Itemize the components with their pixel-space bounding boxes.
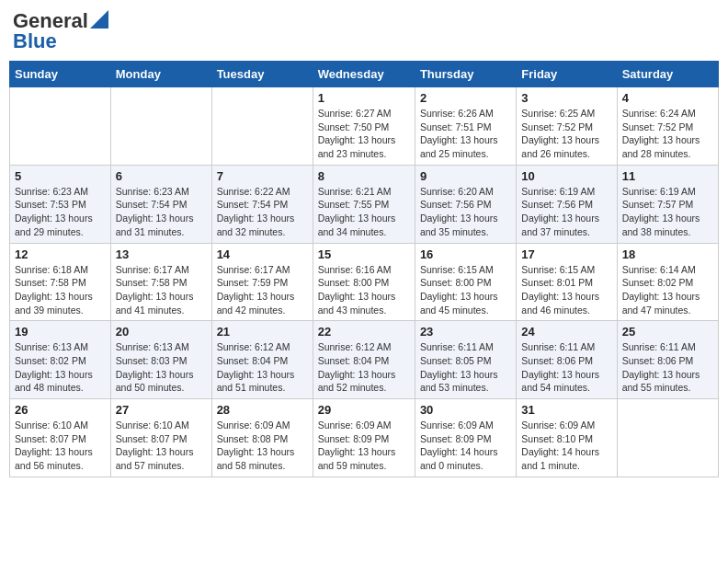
calendar-cell: 22Sunrise: 6:12 AM Sunset: 8:04 PM Dayli…	[313, 321, 415, 399]
day-number: 23	[420, 325, 511, 339]
calendar-cell: 24Sunrise: 6:11 AM Sunset: 8:06 PM Dayli…	[517, 321, 617, 399]
calendar-cell: 6Sunrise: 6:23 AM Sunset: 7:54 PM Daylig…	[110, 165, 211, 243]
day-number: 10	[521, 169, 611, 183]
day-info: Sunrise: 6:27 AM Sunset: 7:50 PM Dayligh…	[318, 107, 410, 161]
calendar-cell: 4Sunrise: 6:24 AM Sunset: 7:52 PM Daylig…	[617, 87, 718, 166]
calendar-cell: 13Sunrise: 6:17 AM Sunset: 7:58 PM Dayli…	[110, 243, 211, 321]
calendar-cell: 21Sunrise: 6:12 AM Sunset: 8:04 PM Dayli…	[211, 321, 313, 399]
calendar-cell: 18Sunrise: 6:14 AM Sunset: 8:02 PM Dayli…	[617, 243, 718, 321]
day-number: 18	[622, 247, 713, 261]
calendar-cell	[110, 87, 211, 166]
day-number: 5	[15, 169, 106, 183]
calendar-table: SundayMondayTuesdayWednesdayThursdayFrid…	[9, 61, 719, 477]
day-info: Sunrise: 6:22 AM Sunset: 7:54 PM Dayligh…	[217, 185, 308, 239]
day-number: 6	[116, 169, 207, 183]
day-info: Sunrise: 6:13 AM Sunset: 8:02 PM Dayligh…	[15, 340, 106, 395]
day-info: Sunrise: 6:10 AM Sunset: 8:07 PM Dayligh…	[116, 419, 207, 473]
day-number: 20	[116, 325, 207, 339]
weekday-header-monday: Monday	[110, 62, 211, 87]
day-number: 1	[318, 91, 410, 105]
calendar-cell: 25Sunrise: 6:11 AM Sunset: 8:06 PM Dayli…	[617, 321, 718, 399]
day-info: Sunrise: 6:09 AM Sunset: 8:09 PM Dayligh…	[318, 419, 410, 473]
day-info: Sunrise: 6:17 AM Sunset: 7:59 PM Dayligh…	[217, 263, 308, 317]
day-number: 21	[217, 325, 308, 339]
calendar-cell: 12Sunrise: 6:18 AM Sunset: 7:58 PM Dayli…	[10, 243, 111, 321]
calendar-cell: 2Sunrise: 6:26 AM Sunset: 7:51 PM Daylig…	[415, 87, 516, 166]
calendar-cell: 7Sunrise: 6:22 AM Sunset: 7:54 PM Daylig…	[211, 165, 313, 243]
day-info: Sunrise: 6:18 AM Sunset: 7:58 PM Dayligh…	[15, 263, 106, 317]
day-info: Sunrise: 6:13 AM Sunset: 8:03 PM Dayligh…	[116, 340, 207, 395]
calendar-cell: 5Sunrise: 6:23 AM Sunset: 7:53 PM Daylig…	[10, 165, 111, 243]
calendar-cell: 10Sunrise: 6:19 AM Sunset: 7:56 PM Dayli…	[517, 165, 617, 243]
day-info: Sunrise: 6:16 AM Sunset: 8:00 PM Dayligh…	[318, 263, 410, 317]
weekday-header-wednesday: Wednesday	[313, 62, 415, 87]
day-number: 8	[318, 169, 410, 183]
day-info: Sunrise: 6:11 AM Sunset: 8:06 PM Dayligh…	[622, 340, 713, 395]
calendar-cell: 17Sunrise: 6:15 AM Sunset: 8:01 PM Dayli…	[517, 243, 617, 321]
logo: General Blue	[13, 9, 108, 53]
day-number: 30	[420, 403, 511, 417]
day-number: 9	[420, 169, 511, 183]
calendar-cell: 9Sunrise: 6:20 AM Sunset: 7:56 PM Daylig…	[415, 165, 516, 243]
calendar-cell: 20Sunrise: 6:13 AM Sunset: 8:03 PM Dayli…	[110, 321, 211, 399]
day-info: Sunrise: 6:15 AM Sunset: 8:00 PM Dayligh…	[420, 263, 511, 317]
day-number: 27	[116, 403, 207, 417]
day-number: 12	[15, 247, 106, 261]
day-info: Sunrise: 6:09 AM Sunset: 8:09 PM Dayligh…	[420, 419, 511, 473]
calendar-cell: 26Sunrise: 6:10 AM Sunset: 8:07 PM Dayli…	[10, 399, 111, 477]
weekday-header-friday: Friday	[517, 62, 617, 87]
day-number: 4	[622, 91, 713, 105]
calendar-cell: 16Sunrise: 6:15 AM Sunset: 8:00 PM Dayli…	[415, 243, 516, 321]
calendar-cell	[617, 399, 718, 477]
day-number: 26	[15, 403, 106, 417]
day-number: 25	[622, 325, 713, 339]
calendar-cell: 11Sunrise: 6:19 AM Sunset: 7:57 PM Dayli…	[617, 165, 718, 243]
day-info: Sunrise: 6:09 AM Sunset: 8:08 PM Dayligh…	[217, 419, 308, 473]
day-number: 31	[521, 403, 611, 417]
calendar-cell: 14Sunrise: 6:17 AM Sunset: 7:59 PM Dayli…	[211, 243, 313, 321]
weekday-header-saturday: Saturday	[617, 62, 718, 87]
day-info: Sunrise: 6:25 AM Sunset: 7:52 PM Dayligh…	[521, 107, 611, 161]
day-number: 28	[217, 403, 308, 417]
day-number: 15	[318, 247, 410, 261]
day-info: Sunrise: 6:15 AM Sunset: 8:01 PM Dayligh…	[521, 263, 611, 317]
day-number: 19	[15, 325, 106, 339]
day-info: Sunrise: 6:11 AM Sunset: 8:06 PM Dayligh…	[521, 340, 611, 395]
calendar-cell	[10, 87, 111, 166]
weekday-header-sunday: Sunday	[10, 62, 111, 87]
calendar-cell: 27Sunrise: 6:10 AM Sunset: 8:07 PM Dayli…	[110, 399, 211, 477]
day-info: Sunrise: 6:20 AM Sunset: 7:56 PM Dayligh…	[420, 185, 511, 239]
day-number: 2	[420, 91, 511, 105]
calendar-cell: 29Sunrise: 6:09 AM Sunset: 8:09 PM Dayli…	[313, 399, 415, 477]
day-info: Sunrise: 6:12 AM Sunset: 8:04 PM Dayligh…	[217, 340, 308, 395]
calendar-cell: 3Sunrise: 6:25 AM Sunset: 7:52 PM Daylig…	[517, 87, 617, 166]
day-info: Sunrise: 6:24 AM Sunset: 7:52 PM Dayligh…	[622, 107, 713, 161]
weekday-header-thursday: Thursday	[415, 62, 516, 87]
day-info: Sunrise: 6:23 AM Sunset: 7:54 PM Dayligh…	[116, 185, 207, 239]
calendar-cell: 15Sunrise: 6:16 AM Sunset: 8:00 PM Dayli…	[313, 243, 415, 321]
day-info: Sunrise: 6:21 AM Sunset: 7:55 PM Dayligh…	[318, 185, 410, 239]
day-number: 7	[217, 169, 308, 183]
day-info: Sunrise: 6:17 AM Sunset: 7:58 PM Dayligh…	[116, 263, 207, 317]
day-number: 22	[318, 325, 410, 339]
day-number: 13	[116, 247, 207, 261]
day-info: Sunrise: 6:12 AM Sunset: 8:04 PM Dayligh…	[318, 340, 410, 395]
day-number: 17	[521, 247, 611, 261]
day-info: Sunrise: 6:23 AM Sunset: 7:53 PM Dayligh…	[15, 185, 106, 239]
day-number: 3	[521, 91, 611, 105]
day-info: Sunrise: 6:19 AM Sunset: 7:56 PM Dayligh…	[521, 185, 611, 239]
day-info: Sunrise: 6:10 AM Sunset: 8:07 PM Dayligh…	[15, 419, 106, 473]
day-number: 24	[521, 325, 611, 339]
day-number: 14	[217, 247, 308, 261]
svg-marker-0	[90, 10, 108, 29]
calendar-cell: 19Sunrise: 6:13 AM Sunset: 8:02 PM Dayli…	[10, 321, 111, 399]
day-number: 29	[318, 403, 410, 417]
logo-icon	[90, 10, 108, 29]
calendar-cell: 28Sunrise: 6:09 AM Sunset: 8:08 PM Dayli…	[211, 399, 313, 477]
calendar-cell: 1Sunrise: 6:27 AM Sunset: 7:50 PM Daylig…	[313, 87, 415, 166]
weekday-header-tuesday: Tuesday	[211, 62, 313, 87]
calendar-cell	[211, 87, 313, 166]
day-info: Sunrise: 6:19 AM Sunset: 7:57 PM Dayligh…	[622, 185, 713, 239]
day-number: 16	[420, 247, 511, 261]
day-info: Sunrise: 6:14 AM Sunset: 8:02 PM Dayligh…	[622, 263, 713, 317]
